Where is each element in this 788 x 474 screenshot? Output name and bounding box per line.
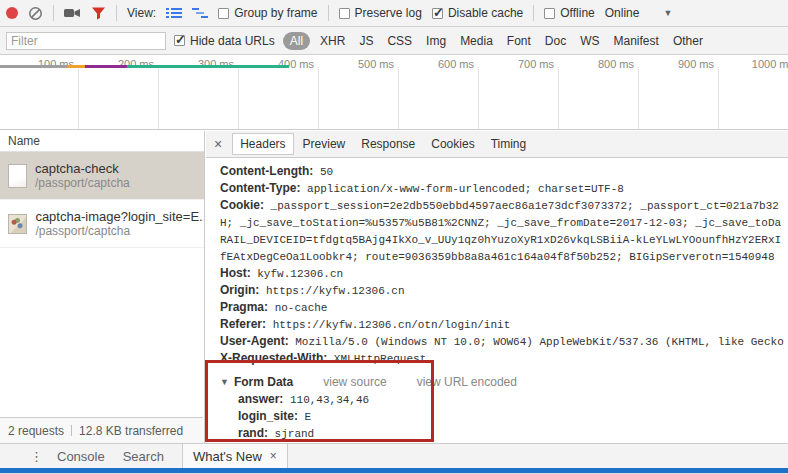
param-value: E <box>298 411 311 423</box>
filter-funnel-icon <box>91 6 106 20</box>
timeline-tick-label: 600 ms <box>409 58 474 70</box>
header-line: RAIL_DEVICEID=tfdgtq5BAjg4IkXo_v_UUy1qz0… <box>220 231 788 248</box>
checkbox-icon <box>339 8 350 19</box>
document-file-icon <box>8 164 27 188</box>
close-icon[interactable]: × <box>270 449 277 463</box>
header-name: Cookie: <box>220 198 264 212</box>
list-view-icon <box>166 7 182 19</box>
tab-cookies[interactable]: Cookies <box>424 134 481 154</box>
offline-checkbox[interactable]: Offline <box>544 6 594 20</box>
filter-type-font[interactable]: Font <box>503 32 535 50</box>
header-value-continuation: RAIL_DEVICEID=tfdgtq5BAjg4IkXo_v_UUy1qz0… <box>220 234 781 246</box>
request-row-captcha-image[interactable]: captcha-image?login_site=E.../passport/c… <box>0 200 204 248</box>
filter-type-xhr[interactable]: XHR <box>316 32 349 50</box>
filter-type-img[interactable]: Img <box>422 32 450 50</box>
capture-screenshots-button[interactable] <box>64 7 81 19</box>
checkbox-label: Disable cache <box>448 6 523 20</box>
close-icon[interactable]: × <box>212 136 230 152</box>
header-line: X-Requested-With: XMLHttpRequest <box>220 350 788 367</box>
overview-activity-segment <box>67 65 85 68</box>
filter-type-doc[interactable]: Doc <box>541 32 570 50</box>
tab-timing[interactable]: Timing <box>484 134 534 154</box>
tab-response[interactable]: Response <box>354 134 422 154</box>
request-name: captcha-check <box>35 161 130 176</box>
devtools-network-panel: View: Group by frame Preserve log Disabl… <box>0 0 788 474</box>
filter-type-manifest[interactable]: Manifest <box>610 32 663 50</box>
throttling-select[interactable]: Online <box>605 6 640 20</box>
header-line: fEAtxDegCeOa1Loobkr4; route=9036359bb8a8… <box>220 248 788 265</box>
drawer-tab-bar: ⋮ ConsoleSearch What's New × <box>0 443 788 468</box>
filter-button[interactable] <box>91 6 106 20</box>
filter-type-js[interactable]: JS <box>355 32 377 50</box>
header-value: XMLHttpRequest <box>327 353 426 365</box>
name-column-header[interactable]: Name <box>0 131 204 152</box>
tab-whats-new[interactable]: What's New × <box>182 444 288 468</box>
toolbar-separator <box>116 5 117 21</box>
summary-divider <box>71 425 72 436</box>
request-headers-list: Content-Length: 50Content-Type: applicat… <box>220 163 788 367</box>
waterfall-icon <box>192 7 208 19</box>
checkbox-icon <box>432 8 443 19</box>
camera-icon <box>64 7 81 19</box>
image-file-icon <box>8 214 27 234</box>
header-line: Content-Type: application/x-www-form-url… <box>220 180 788 197</box>
filter-input[interactable] <box>6 32 166 50</box>
timeline-gridline <box>318 69 319 129</box>
tab-preview[interactable]: Preview <box>296 134 353 154</box>
filter-toolbar: Hide data URLs AllXHRJSCSSImgMediaFontDo… <box>0 27 788 55</box>
param-name: login_site: <box>238 409 298 423</box>
detail-tabs-bar: × HeadersPreviewResponseCookiesTiming <box>206 131 788 158</box>
drawer-tabs: ConsoleSearch <box>57 444 182 468</box>
drawer-tab-console[interactable]: Console <box>57 449 105 464</box>
form-data-section-header[interactable]: ▼ Form Data view source view URL encoded <box>220 374 788 391</box>
timeline-tick-label: 200 ms <box>89 58 154 70</box>
checkbox-label: Preserve log <box>355 6 422 20</box>
drawer-tab-search[interactable]: Search <box>123 449 164 464</box>
param-value: sjrand <box>268 428 314 440</box>
timeline-gridline <box>238 69 239 129</box>
header-name: Content-Type: <box>220 181 300 195</box>
header-name: Pragma: <box>220 300 268 314</box>
header-value-continuation: fEAtxDegCeOa1Loobkr4; route=9036359bb8a8… <box>220 251 775 263</box>
header-line: Referer: https://kyfw.12306.cn/otn/login… <box>220 316 788 333</box>
group-by-frame-checkbox[interactable]: Group by frame <box>218 6 317 20</box>
preserve-log-checkbox[interactable]: Preserve log <box>339 6 422 20</box>
timeline-tick-label: 400 ms <box>249 58 314 70</box>
overview-activity-segment <box>0 65 67 68</box>
timeline-gridline <box>638 69 639 129</box>
record-icon <box>6 7 18 19</box>
disable-cache-checkbox[interactable]: Disable cache <box>432 6 523 20</box>
record-button[interactable] <box>6 7 18 19</box>
timeline-tick-label: 1000 ms <box>729 58 788 70</box>
filter-type-ws[interactable]: WS <box>576 32 603 50</box>
filter-type-media[interactable]: Media <box>456 32 497 50</box>
timeline-tick-label: 100 ms <box>9 58 74 70</box>
use-small-rows-button[interactable] <box>166 7 182 19</box>
hide-data-urls-checkbox[interactable]: Hide data URLs <box>174 34 275 48</box>
view-source-link[interactable]: view source <box>323 374 386 391</box>
form-data-param: login_site: E <box>220 408 788 425</box>
kebab-menu-icon[interactable]: ⋮ <box>30 449 43 464</box>
request-text: captcha-check/passport/captcha <box>35 161 130 190</box>
header-line: Content-Length: 50 <box>220 163 788 180</box>
tab-headers[interactable]: Headers <box>232 133 293 155</box>
filter-type-css[interactable]: CSS <box>383 32 416 50</box>
request-path: /passport/captcha <box>35 224 204 238</box>
clear-button[interactable] <box>28 6 43 21</box>
show-overview-button[interactable] <box>192 7 208 19</box>
header-line: User-Agent: Mozilla/5.0 (Windows NT 10.0… <box>220 333 788 350</box>
timeline-tick-label: 700 ms <box>489 58 554 70</box>
filter-type-other[interactable]: Other <box>669 32 707 50</box>
chevron-down-icon[interactable]: ▼ <box>663 8 672 18</box>
view-url-encoded-link[interactable]: view URL encoded <box>417 374 517 391</box>
param-value: 110,43,34,46 <box>283 394 369 406</box>
overview-activity-segment <box>85 65 127 68</box>
network-overview-timeline[interactable]: 100 ms200 ms300 ms400 ms500 ms600 ms700 … <box>0 55 788 130</box>
filter-type-all[interactable]: All <box>283 32 310 50</box>
header-name: Host: <box>220 266 251 280</box>
param-name: answer: <box>238 392 283 406</box>
tab-label: What's New <box>193 449 262 464</box>
header-line: Pragma: no-cache <box>220 299 788 316</box>
header-line: Origin: https://kyfw.12306.cn <box>220 282 788 299</box>
request-row-captcha-check[interactable]: captcha-check/passport/captcha <box>0 152 204 200</box>
